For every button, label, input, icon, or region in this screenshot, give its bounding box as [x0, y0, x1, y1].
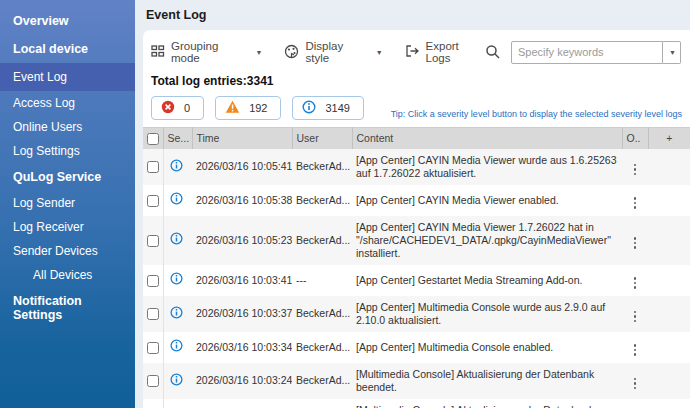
row-checkbox[interactable]	[147, 308, 159, 320]
column-header-user[interactable]: User	[292, 128, 352, 149]
sidebar-item-access-log[interactable]: Access Log	[0, 91, 135, 115]
info-severity-button[interactable]: 3149	[292, 96, 363, 120]
info-severity-icon	[170, 195, 183, 207]
sidebar: Overview Local device Event Log Access L…	[0, 0, 135, 408]
sidebar-item-log-settings[interactable]: Log Settings	[0, 139, 135, 163]
row-options-kebab-icon[interactable]	[632, 162, 639, 178]
display-style-icon	[284, 44, 299, 61]
table-row[interactable]: 2026/03/16 10:03:23 BeckerAd... [Multime…	[143, 399, 690, 408]
column-header-time[interactable]: Time	[192, 128, 292, 149]
error-count: 0	[184, 102, 190, 114]
search-icon	[485, 44, 501, 60]
info-severity-icon	[170, 376, 183, 388]
select-all-checkbox[interactable]	[147, 133, 159, 145]
log-table-body: 2026/03/16 10:05:41 BeckerAd... [App Cen…	[143, 149, 690, 408]
sidebar-item-qulog-service[interactable]: QuLog Service	[0, 163, 135, 191]
log-content: [Multimedia Console] Aktualisierung der …	[352, 399, 622, 408]
log-time: 2026/03/16 10:03:41	[192, 265, 292, 296]
chevron-down-icon: ▼	[669, 49, 676, 56]
log-user: BeckerAd...	[292, 149, 352, 185]
row-checkbox[interactable]	[147, 375, 159, 387]
main-area: Event Log Grouping mode ▼ Display style …	[135, 0, 690, 408]
sidebar-item-event-log[interactable]: Event Log	[0, 63, 135, 91]
display-style-label: Display style	[305, 40, 367, 64]
table-row[interactable]: 2026/03/16 10:03:37 BeckerAd... [App Cen…	[143, 296, 690, 332]
grouping-mode-icon	[151, 44, 165, 60]
total-log-entries: Total log entries:3341	[143, 65, 690, 88]
log-content: [App Center] CAYIN Media Viewer enabled.	[352, 185, 622, 216]
search-input[interactable]	[511, 41, 663, 64]
log-table: Se... Time User Content O.. + 2026/03/16…	[143, 127, 690, 408]
table-row[interactable]: 2026/03/16 10:05:38 BeckerAd... [App Cen…	[143, 185, 690, 216]
table-row[interactable]: 2026/03/16 10:05:41 BeckerAd... [App Cen…	[143, 149, 690, 185]
log-content: [App Center] Gestartet Media Streaming A…	[352, 265, 622, 296]
row-options-kebab-icon[interactable]	[632, 309, 639, 325]
event-log-panel: Grouping mode ▼ Display style ▼ Export L…	[143, 30, 690, 408]
sidebar-item-log-sender[interactable]: Log Sender	[0, 191, 135, 215]
log-content: [App Center] Multimedia Console wurde au…	[352, 296, 622, 332]
log-time: 2026/03/16 10:05:23	[192, 216, 292, 265]
table-row[interactable]: 2026/03/16 10:05:23 BeckerAd... [App Cen…	[143, 216, 690, 265]
row-options-kebab-icon[interactable]	[632, 342, 639, 358]
error-severity-button[interactable]: 0	[151, 96, 204, 120]
row-options-kebab-icon[interactable]	[632, 235, 639, 251]
severity-tip-text: Tip: Click a severity level button to di…	[391, 109, 682, 120]
warning-count: 192	[249, 102, 267, 114]
info-severity-icon	[170, 342, 183, 354]
table-row[interactable]: 2026/03/16 10:03:34 BeckerAd... [App Cen…	[143, 332, 690, 363]
log-user: BeckerAd...	[292, 363, 352, 399]
sidebar-item-notification-settings[interactable]: Notification Settings	[0, 287, 135, 329]
log-user: BeckerAd...	[292, 185, 352, 216]
row-options-kebab-icon[interactable]	[632, 376, 639, 392]
row-checkbox[interactable]	[147, 195, 159, 207]
column-header-content[interactable]: Content	[352, 128, 622, 149]
sidebar-item-overview[interactable]: Overview	[0, 7, 135, 35]
search-options-dropdown[interactable]: ▼	[663, 41, 681, 64]
row-checkbox[interactable]	[147, 342, 159, 354]
log-time: 2026/03/16 10:05:41	[192, 149, 292, 185]
sidebar-item-log-receiver[interactable]: Log Receiver	[0, 215, 135, 239]
log-user: BeckerAd...	[292, 399, 352, 408]
column-header-options[interactable]: O..	[622, 128, 648, 149]
grouping-mode-label: Grouping mode	[171, 40, 248, 64]
row-checkbox[interactable]	[147, 161, 159, 173]
log-time: 2026/03/16 10:03:24	[192, 363, 292, 399]
log-content: [Multimedia Console] Aktualisierung der …	[352, 363, 622, 399]
search-area: ▼	[485, 41, 681, 64]
info-icon	[302, 100, 316, 116]
warning-icon	[225, 100, 240, 116]
log-user: BeckerAd...	[292, 332, 352, 363]
sidebar-item-sender-devices[interactable]: Sender Devices	[0, 239, 135, 263]
export-icon	[405, 44, 420, 60]
log-time: 2026/03/16 10:03:23	[192, 399, 292, 408]
row-checkbox[interactable]	[147, 235, 159, 247]
table-header-row: Se... Time User Content O.. +	[143, 128, 690, 149]
row-options-kebab-icon[interactable]	[632, 195, 639, 211]
sidebar-item-local-device[interactable]: Local device	[0, 35, 135, 63]
error-icon	[161, 100, 175, 116]
row-checkbox[interactable]	[147, 275, 159, 287]
severity-filter-row: 0 192 3149 Tip: Click a severity level b…	[143, 88, 690, 127]
info-severity-icon	[170, 275, 183, 287]
column-header-severity[interactable]: Se...	[163, 128, 192, 149]
sidebar-item-online-users[interactable]: Online Users	[0, 115, 135, 139]
table-row[interactable]: 2026/03/16 10:03:41 --- [App Center] Ges…	[143, 265, 690, 296]
row-options-kebab-icon[interactable]	[632, 275, 639, 291]
export-logs-label: Export Logs	[426, 40, 485, 64]
display-style-button[interactable]: Display style ▼	[284, 40, 382, 64]
log-user: ---	[292, 265, 352, 296]
add-column-button[interactable]: +	[648, 128, 690, 149]
warning-severity-button[interactable]: 192	[215, 96, 281, 120]
qulog-center-window: Overview Local device Event Log Access L…	[0, 0, 690, 408]
log-user: BeckerAd...	[292, 216, 352, 265]
info-count: 3149	[325, 102, 349, 114]
chevron-down-icon: ▼	[256, 49, 263, 56]
chevron-down-icon: ▼	[376, 49, 383, 56]
table-row[interactable]: 2026/03/16 10:03:24 BeckerAd... [Multime…	[143, 363, 690, 399]
grouping-mode-button[interactable]: Grouping mode ▼	[151, 40, 262, 64]
sidebar-item-all-devices[interactable]: All Devices	[0, 263, 135, 287]
log-time: 2026/03/16 10:03:37	[192, 296, 292, 332]
export-logs-button[interactable]: Export Logs	[405, 40, 485, 64]
info-severity-icon	[170, 235, 183, 247]
log-user: BeckerAd...	[292, 296, 352, 332]
